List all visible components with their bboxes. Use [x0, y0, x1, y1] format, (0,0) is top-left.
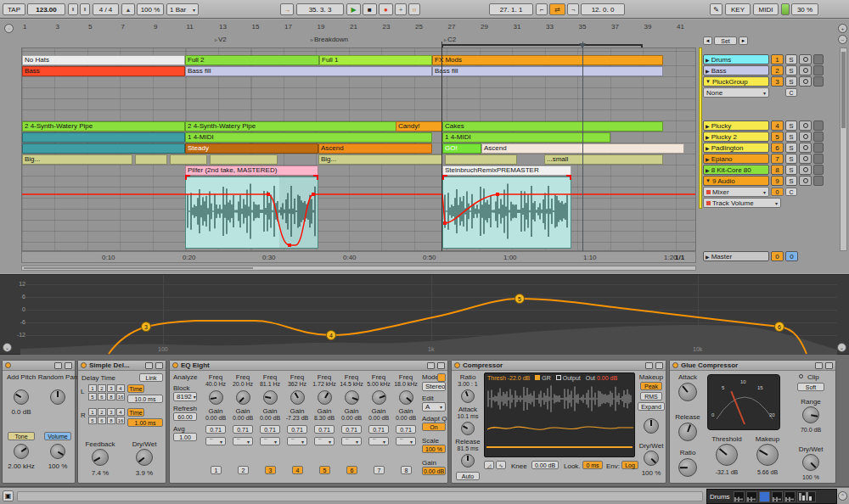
- hot-swap-icon[interactable]: [645, 362, 653, 369]
- crossfade-assign-button[interactable]: C: [785, 188, 797, 196]
- solo-button[interactable]: S: [785, 154, 797, 164]
- output-legend[interactable]: Output: [556, 375, 581, 381]
- freq-knob[interactable]: [372, 390, 386, 405]
- freq-knob[interactable]: [345, 390, 359, 405]
- locator-marker[interactable]: ▹C2: [444, 36, 456, 43]
- device-thumbnail[interactable]: [772, 491, 783, 502]
- transfer-view-icon[interactable]: ◿: [484, 461, 494, 469]
- track-title[interactable]: ▶Drums: [703, 54, 769, 64]
- band-toggle-button[interactable]: 1: [211, 466, 222, 474]
- locator-marker[interactable]: ▹Breakdown: [311, 36, 348, 43]
- expand-mode-button[interactable]: Expand: [638, 402, 665, 411]
- ratio-knob[interactable]: [461, 389, 475, 403]
- filter-type-select[interactable]: ⌒: [396, 437, 416, 445]
- loop-button[interactable]: ⇄: [549, 3, 565, 15]
- mode-select[interactable]: Stereo: [422, 382, 446, 391]
- band-toggle-button[interactable]: 5: [319, 466, 330, 474]
- punch-in-button[interactable]: ⌐: [536, 3, 548, 15]
- automation-param-chooser[interactable]: Track Volume: [703, 198, 781, 208]
- makeup-knob[interactable]: [756, 444, 779, 466]
- horizontal-scrollbar[interactable]: [21, 266, 696, 271]
- macro-knob[interactable]: [14, 444, 29, 459]
- panel-collapse-icon[interactable]: ⌄: [3, 343, 12, 352]
- avg-field[interactable]: 1.00: [173, 433, 197, 441]
- track-title[interactable]: ▶Master: [703, 251, 769, 261]
- gr-legend[interactable]: GR: [535, 375, 551, 381]
- device-thumbnail[interactable]: [734, 491, 745, 502]
- beat-division-button[interactable]: 1: [88, 408, 97, 416]
- key-map-button[interactable]: KEY: [725, 3, 751, 15]
- beat-division-button[interactable]: 4: [116, 408, 125, 416]
- fold-device-icon[interactable]: [65, 362, 72, 369]
- macro-knob[interactable]: [14, 389, 29, 405]
- track-title[interactable]: ▶8 Kit-Core 80: [703, 165, 769, 175]
- filter-type-select[interactable]: ⌒: [260, 437, 280, 445]
- arm-button[interactable]: [799, 165, 812, 175]
- filter-type-select[interactable]: ⌒: [368, 437, 389, 445]
- output-gain-field[interactable]: 0.00 dB: [422, 467, 446, 475]
- beat-division-button[interactable]: 5: [88, 393, 97, 400]
- unfold-icon[interactable]: ▼: [706, 79, 711, 84]
- q-field[interactable]: 0.71: [341, 425, 362, 434]
- release-knob[interactable]: [461, 454, 475, 468]
- hot-swap-icon[interactable]: [145, 362, 153, 369]
- track-title[interactable]: ▶Padlington: [703, 143, 769, 153]
- device-compressor[interactable]: Compressor Ratio 3.00 : 1 Attack 10.1 ms…: [451, 360, 666, 484]
- zoom-out-icon[interactable]: −: [838, 35, 847, 44]
- freq-knob[interactable]: [399, 390, 413, 405]
- fold-icon[interactable]: ▶: [706, 167, 710, 173]
- drywet-knob[interactable]: [136, 449, 153, 466]
- q-field[interactable]: 0.71: [233, 425, 253, 434]
- release-knob[interactable]: [678, 423, 697, 441]
- track-title[interactable]: ▶Bass: [703, 65, 769, 76]
- band-toggle-button[interactable]: 3: [265, 466, 276, 474]
- filter-type-select[interactable]: ⌒: [314, 437, 335, 445]
- tempo-field[interactable]: 123.00: [27, 3, 65, 15]
- device-macro-rack[interactable]: Add Pitch 0.0 dB Random Pan Tone 2.00 kH…: [2, 360, 76, 484]
- freq-knob[interactable]: [209, 390, 223, 405]
- device-thumbnail[interactable]: [784, 491, 796, 502]
- band-toggle-button[interactable]: 8: [401, 466, 412, 474]
- q-field[interactable]: 0.71: [396, 425, 416, 434]
- track-title[interactable]: ▼PluckGroup: [703, 76, 769, 87]
- eq-band-handle[interactable]: 6: [774, 322, 784, 332]
- follow-button[interactable]: →: [280, 3, 294, 15]
- freq-knob[interactable]: [290, 390, 305, 405]
- track-header[interactable]: ▶8 Kit-Core 80 8 S: [703, 165, 824, 175]
- device-activator-icon[interactable]: [672, 362, 678, 368]
- device-thumbnail[interactable]: [759, 491, 770, 502]
- arm-button[interactable]: [799, 120, 812, 131]
- device-header[interactable]: Compressor: [452, 361, 666, 371]
- scrollbar-thumb[interactable]: [24, 267, 253, 269]
- freq-knob[interactable]: [236, 390, 250, 405]
- peak-mode-button[interactable]: Peak: [640, 382, 662, 390]
- attack-knob[interactable]: [678, 383, 697, 401]
- panel-expand-icon[interactable]: ⌃: [838, 491, 847, 501]
- automation-arm-button[interactable]: ○: [408, 3, 420, 15]
- beat-division-button[interactable]: 16: [116, 417, 125, 424]
- scrollbar-thumb[interactable]: [841, 52, 846, 128]
- track-header[interactable]: ▶Drums 1 S: [703, 54, 824, 64]
- mini-mixer-thumbnail[interactable]: [797, 491, 816, 502]
- range-knob[interactable]: [802, 406, 819, 423]
- feedback-knob[interactable]: [92, 449, 109, 466]
- record-button[interactable]: ●: [379, 3, 393, 15]
- link-button[interactable]: Link: [139, 373, 163, 382]
- vertical-scrollbar[interactable]: [840, 48, 847, 251]
- fold-icon[interactable]: ▶: [706, 134, 710, 140]
- midi-map-button[interactable]: MIDI: [753, 3, 779, 15]
- arm-button[interactable]: [799, 65, 812, 76]
- makeup-knob[interactable]: [644, 418, 659, 434]
- fold-device-icon[interactable]: [825, 362, 833, 369]
- draw-mode-icon[interactable]: ✎: [710, 3, 722, 15]
- rms-mode-button[interactable]: RMS: [640, 392, 662, 400]
- knee-field[interactable]: 0.00 dB: [531, 461, 559, 469]
- auto-release-button[interactable]: Auto: [456, 472, 480, 480]
- activity-view-icon[interactable]: ∿: [496, 461, 506, 469]
- beat-division-button[interactable]: 8: [107, 393, 115, 400]
- automation-device-chooser[interactable]: Mixer: [703, 187, 769, 197]
- beat-division-button[interactable]: 8: [107, 417, 115, 424]
- track-title[interactable]: ▼9 Audio: [703, 176, 769, 186]
- eq-band-handle[interactable]: 3: [141, 322, 151, 332]
- solo-button[interactable]: S: [785, 76, 797, 87]
